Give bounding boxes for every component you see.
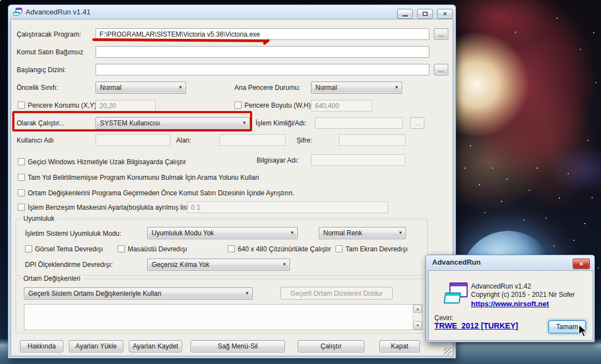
minimize-icon [403,15,408,17]
dpi-scaling-label: DPI Ölçeklendirme Devredışı: [25,261,113,269]
program-browse-button[interactable]: ... [434,28,448,40]
scroll-up-button[interactable]: ▲ [413,305,422,313]
password-input[interactable] [339,134,405,146]
window-size-checkbox[interactable] [234,102,242,109]
scroll-down-icon: ▼ [416,323,420,327]
dpi-scaling-combo[interactable]: Geçersiz Kılma Yok ▼ [147,259,290,271]
resolution-640-checkbox[interactable] [228,245,235,252]
password-label: Şifre: [297,136,312,144]
search-path-checkbox[interactable] [18,174,25,181]
about-dialog-title: AdvancedRun [432,258,480,266]
scroll-up-icon: ▲ [416,307,420,311]
about-button[interactable]: Hakkında [20,340,63,352]
context-menu-remove-button[interactable]: Sağ Menü-Sil [191,340,285,352]
main-window-state-combo[interactable]: Normal ▼ [311,82,402,94]
minimize-button[interactable] [397,9,413,19]
main-window-body: Çalıştıracak Program: F:\PROGRAMLAR\SİST… [11,19,453,356]
domain-input[interactable] [219,134,286,146]
startdir-browse-button[interactable]: ... [434,64,448,75]
user-name-input[interactable] [96,134,171,146]
cmdline-input[interactable] [96,46,429,58]
app-icon-front-window [444,292,461,304]
domain-label: Alan: [176,136,191,144]
app-icon-front-window [13,12,19,16]
visual-theme-checkbox[interactable] [25,245,32,252]
fill-env-strings-button[interactable]: Geçerli Ortam Dizelerini Doldur [281,287,393,300]
environment-group-title: Ortam Değişkenleri [21,275,83,282]
affinity-label: İşlem Benzeşim Maskesini Ayarla(boşlukla… [28,204,196,211]
environment-variables-textarea[interactable]: ▲ ▼ [24,304,423,330]
maximize-icon [423,12,428,16]
color-mode-combo[interactable]: Normal Renk ▼ [319,227,406,239]
environment-combo-value: Geçerli Sistem Ortamı Değişkenleriyle Ku… [28,290,161,297]
desktop-disable-checkbox[interactable] [118,245,125,252]
parse-env-label: Ortam Değişkenlerini Programa Geçirmeden… [28,189,294,197]
close-icon: × [579,260,584,268]
desktop-disable-label: Masaüstü Devredışı [128,245,187,253]
os-compat-mode-combo[interactable]: Uyumluluk Modu Yok ▼ [147,227,298,239]
chevron-down-icon: ▼ [394,85,399,90]
window-title: AdvancedRun v1.41 [26,8,91,16]
save-settings-button[interactable]: Ayarları Kaydet [129,340,182,352]
remote-run-checkbox[interactable] [18,158,25,165]
window-size-label: Pencere Boyutu (W,H): [244,102,313,109]
stars [0,0,1,1]
chevron-down-icon: ▼ [178,85,183,90]
visual-theme-label: Görsel Tema Devredışı [35,245,103,253]
environment-combo[interactable]: Geçerli Sistem Ortamı Değişkenleriyle Ku… [24,287,253,300]
close-icon: × [443,11,447,17]
window-position-checkbox[interactable] [18,102,25,109]
load-settings-button[interactable]: Ayarları Yükle [69,340,123,352]
parse-env-checkbox[interactable] [18,189,25,196]
env-scrollbar[interactable]: ▲ ▼ [413,305,422,330]
scroll-down-button[interactable]: ▼ [413,321,422,330]
advancedrun-app-icon [444,282,468,304]
cmdline-label: Komut Satırı Bağımsız [17,48,83,56]
compatibility-group: Uyumluluk İşletim Sistemi Uyumluluk Modu… [16,219,428,276]
resolution-640-label: 640 x 480 Çözünürlükte Çalıştır [238,245,331,253]
close-button[interactable]: × [437,9,453,19]
main-window-state-combo-value: Normal [315,84,337,92]
process-id-label: İşlem Kimliği/Adı: [256,119,307,127]
affinity-checkbox[interactable] [18,204,25,211]
about-close-button[interactable]: × [573,259,590,269]
resize-grip[interactable] [444,347,452,355]
dpi-scaling-value: Geçersiz Kılma Yok [152,261,209,269]
translator-link[interactable]: TRWE_2012 [TURKEY] [434,322,518,330]
environment-group: Ortam Değişkenleri Geçerli Sistem Ortamı… [16,279,428,333]
priority-combo[interactable]: Normal ▼ [96,82,186,94]
computer-name-label: Bilgisayar Adı: [257,156,299,164]
process-id-browse-button[interactable]: ... [410,117,424,129]
compatibility-group-title: Uyumluluk [21,215,57,223]
startdir-label: Başlangıç Dizini: [17,66,66,74]
advancedrun-main-window: AdvancedRun v1.41 × Çalıştıracak Program… [8,4,456,358]
maximize-button[interactable] [417,9,433,19]
user-name-label: Kullanıcı Adı [17,136,54,144]
priority-label: Öncelik Sınıfı: [17,84,58,92]
run-button[interactable]: Çalıştır [298,340,364,352]
fullscreen-disable-checkbox[interactable] [335,245,343,252]
chevron-down-icon: ▼ [245,291,249,296]
close-window-button[interactable]: Kapat [379,340,420,352]
color-mode-value: Normal Renk [323,229,362,237]
affinity-input[interactable]: 0 1 [187,201,388,213]
chevron-down-icon: ▼ [282,262,287,267]
mouse-cursor [578,324,591,338]
app-icon [13,8,22,16]
about-dialog: AdvancedRun × AdvancedRun v1.42 Copyrigh… [425,255,595,342]
window-size-input[interactable]: 640,400 [311,100,372,112]
about-copyright: Copyright (c) 2015 - 2021 Nir Sofer [471,291,575,299]
fullscreen-disable-label: Tam Ekran Devredışı [345,245,408,253]
window-position-input[interactable]: 20,20 [96,100,156,112]
computer-name-input[interactable] [311,154,405,166]
search-path-label: Tam Yol Belirtilmemişse Program Konumunu… [28,174,259,181]
remote-run-label: Geçici Windows Hizmetiyle Uzak Bilgisaya… [28,158,186,166]
os-compat-mode-label: İşletim Sistemi Uyumluluk Modu: [25,230,121,237]
startdir-input[interactable] [96,64,429,75]
chevron-down-icon: ▼ [290,231,294,235]
chevron-down-icon: ▼ [398,231,403,235]
process-id-input[interactable] [315,117,403,129]
main-window-state-label: Ana Pencere Durumu: [234,84,300,92]
nirsoft-website-link[interactable]: https://www.nirsoft.net [471,300,549,308]
program-label: Çalıştıracak Program: [17,31,81,38]
